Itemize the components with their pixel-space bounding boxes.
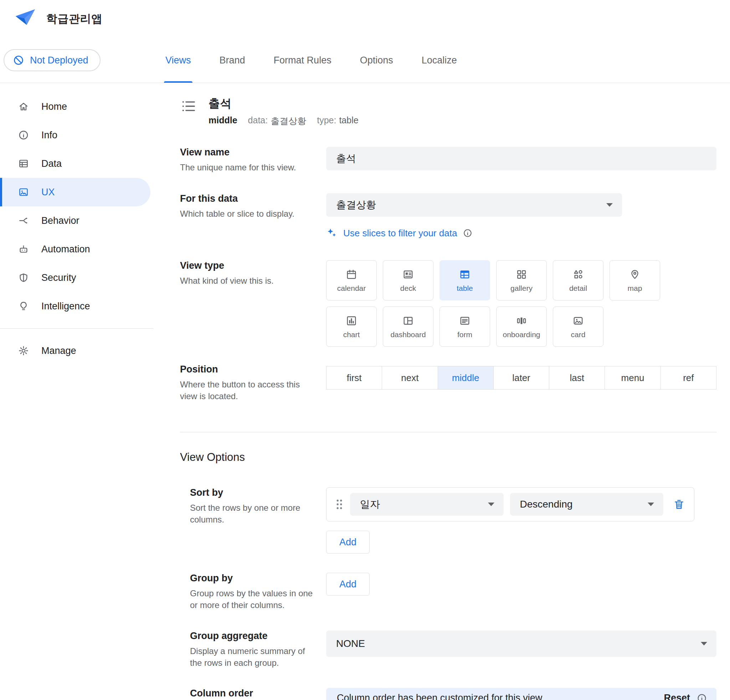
view-name-input[interactable] <box>326 147 717 171</box>
position-last[interactable]: last <box>549 366 605 389</box>
column-order-row: Column order Display columns in a differ… <box>180 688 717 700</box>
gear-icon <box>18 345 29 356</box>
sidebar-item-data[interactable]: Data <box>0 149 164 178</box>
sidebar-item-home[interactable]: Home <box>0 92 164 121</box>
view-type-dashboard[interactable]: dashboard <box>383 306 434 347</box>
tab-views[interactable]: Views <box>164 38 193 83</box>
calendar-icon <box>345 268 358 281</box>
view-options-heading: View Options <box>180 451 717 464</box>
view-summary-header: 출석 middle data: 출결상황 type: table <box>180 96 717 127</box>
app-title: 학급관리앱 <box>46 12 103 26</box>
shield-icon <box>18 272 29 283</box>
view-title: 출석 <box>209 96 359 112</box>
tab-format-rules[interactable]: Format Rules <box>272 38 333 83</box>
sidebar-item-automation[interactable]: Automation <box>0 235 164 263</box>
delete-sort-rule-button[interactable] <box>673 498 685 511</box>
for-this-data-row: For this data Which table or slice to di… <box>180 193 717 239</box>
sidebar-item-label: Data <box>41 158 62 169</box>
chevron-down-icon <box>488 503 494 506</box>
sidebar-item-label: Manage <box>41 346 76 356</box>
position-middle[interactable]: middle <box>438 366 493 389</box>
view-data-value: 출결상황 <box>270 115 306 127</box>
sort-column-value: 일자 <box>360 497 380 511</box>
bulleted-list-icon <box>180 96 196 127</box>
lightbulb-icon <box>18 300 29 312</box>
position-menu[interactable]: menu <box>604 366 660 389</box>
drag-handle-icon[interactable] <box>335 498 344 510</box>
sidebar-item-label: Info <box>41 130 57 141</box>
group-aggregate-select[interactable]: NONE <box>326 630 717 657</box>
column-order-notice: Column order has been customized for thi… <box>326 688 717 700</box>
position-row: Position Where the button to access this… <box>180 364 717 402</box>
sidebar-item-label: UX <box>41 187 55 198</box>
sidebar: Home Info Data UX Behavior <box>0 83 164 700</box>
view-type-table[interactable]: table <box>439 260 490 300</box>
data-table-icon <box>18 158 29 169</box>
use-slices-link[interactable]: Use slices to filter your data <box>343 228 457 239</box>
sidebar-item-behavior[interactable]: Behavior <box>0 206 164 235</box>
chevron-down-icon <box>648 503 654 506</box>
tab-localize[interactable]: Localize <box>420 38 458 83</box>
sidebar-item-label: Automation <box>41 244 90 255</box>
blocked-icon <box>13 54 24 66</box>
data-source-select[interactable]: 출결상황 <box>326 193 622 217</box>
sidebar-item-label: Intelligence <box>41 301 90 312</box>
view-type-value: table <box>339 115 358 125</box>
info-circle-icon[interactable] <box>463 228 473 238</box>
view-name-row: View name The unique name for this view. <box>180 147 717 173</box>
sidebar-item-intelligence[interactable]: Intelligence <box>0 292 164 321</box>
section-divider <box>180 432 717 432</box>
view-type-label: type: <box>317 115 336 125</box>
group-aggregate-row: Group aggregate Display a numeric summar… <box>180 630 717 669</box>
bar-chart-icon <box>345 314 358 327</box>
deck-icon <box>402 268 415 281</box>
view-type-card[interactable]: card <box>553 306 603 347</box>
view-type-label: View type <box>180 260 313 271</box>
tab-options[interactable]: Options <box>359 38 394 83</box>
column-order-reset-button[interactable]: Reset <box>664 693 690 700</box>
position-later[interactable]: later <box>493 366 549 389</box>
sidebar-item-security[interactable]: Security <box>0 263 164 292</box>
sort-by-row: Sort by Sort the rows by one or more col… <box>180 487 717 554</box>
detail-shapes-icon <box>572 268 585 281</box>
position-next[interactable]: next <box>382 366 438 389</box>
view-type-description: What kind of view this is. <box>180 275 313 287</box>
view-type-calendar[interactable]: calendar <box>326 260 377 300</box>
for-this-data-label: For this data <box>180 193 313 204</box>
view-data-label: data: <box>248 115 268 127</box>
dashboard-icon <box>402 314 415 327</box>
form-icon <box>458 314 471 327</box>
view-type-form[interactable]: form <box>439 306 490 347</box>
chevron-down-icon <box>701 642 707 646</box>
sidebar-divider <box>0 328 153 329</box>
editor-tabs: Views Brand Format Rules Options Localiz… <box>164 38 458 83</box>
info-icon <box>18 129 29 141</box>
sort-by-label: Sort by <box>190 487 313 498</box>
view-type-onboarding[interactable]: onboarding <box>496 306 547 347</box>
sort-add-button[interactable]: Add <box>326 531 369 554</box>
sidebar-item-label: Behavior <box>41 215 79 226</box>
position-first[interactable]: first <box>326 366 382 389</box>
group-by-add-button[interactable]: Add <box>326 573 369 596</box>
view-type-map[interactable]: map <box>610 260 660 300</box>
sort-direction-select[interactable]: Descending <box>510 493 664 516</box>
position-ref[interactable]: ref <box>660 366 717 389</box>
group-by-label: Group by <box>190 573 313 584</box>
data-source-value: 출결상황 <box>336 198 376 212</box>
sidebar-item-info[interactable]: Info <box>0 121 164 149</box>
sub-header: Not Deployed Views Brand Format Rules Op… <box>0 38 730 83</box>
deploy-status-button[interactable]: Not Deployed <box>4 49 101 71</box>
chevron-down-icon <box>606 203 613 207</box>
sidebar-item-manage[interactable]: Manage <box>0 337 164 365</box>
sidebar-item-ux[interactable]: UX <box>0 178 150 206</box>
view-type-deck[interactable]: deck <box>383 260 434 300</box>
map-pin-icon <box>628 268 641 281</box>
view-type-chart[interactable]: chart <box>326 306 377 347</box>
view-type-gallery[interactable]: gallery <box>496 260 547 300</box>
group-by-row: Group by Group rows by the values in one… <box>180 573 717 611</box>
info-circle-icon[interactable] <box>696 693 707 700</box>
view-type-detail[interactable]: detail <box>553 260 603 300</box>
sort-column-select[interactable]: 일자 <box>350 493 504 516</box>
tab-brand[interactable]: Brand <box>218 38 247 83</box>
robot-icon <box>18 244 29 255</box>
